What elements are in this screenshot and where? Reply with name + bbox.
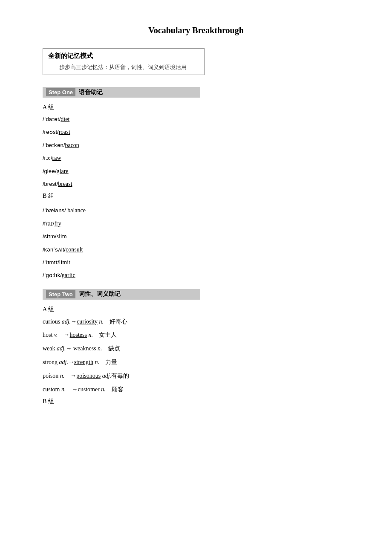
vocab-group-a: curious adj.→curiosity n. 好奇心 host v. →h…	[43, 317, 349, 395]
pos: v.	[54, 332, 58, 338]
group-a-label-vocab: A 组	[43, 306, 349, 313]
word: balance	[67, 207, 86, 214]
pos: n.	[95, 359, 100, 365]
word: strength	[74, 359, 93, 365]
arrow-icon: →	[72, 386, 78, 393]
pos: adj.	[102, 373, 111, 379]
word: raw	[52, 155, 61, 161]
list-item: /ˈgɑːlɪk/garlic	[43, 271, 349, 280]
list-item: /slɪm/slim	[43, 232, 349, 241]
phonetic-group-b: /ˈbæləns/ balance /fraɪ/fry /slɪm/slim /…	[43, 206, 349, 280]
arrow-icon: →	[70, 372, 76, 379]
memory-mode-box: 全新的记忆模式 ——步步高三步记忆法：从语音，词性、词义到语境活用	[43, 48, 205, 75]
phonetic-text: /fraɪ/	[43, 220, 54, 227]
box-subtitle: ——步步高三步记忆法：从语音，词性、词义到语境活用	[48, 62, 199, 71]
list-item: custom n. →customer n. 顾客	[43, 384, 349, 395]
phonetic-text: /brest/	[43, 181, 58, 187]
arrow-icon: →	[71, 318, 77, 325]
list-item: host v. →hostess n. 女主人	[43, 330, 349, 340]
step-two-header: Step Two 词性、词义助记	[43, 289, 200, 300]
phonetic-text: /rəʊst/	[43, 129, 59, 135]
group-b-label-vocab: B 组	[43, 398, 349, 405]
pos: n.	[101, 386, 106, 393]
phonetic-text: /ˈdaɪət/	[43, 116, 61, 122]
list-item: /ˈdaɪət/diet	[43, 115, 349, 124]
arrow-icon: →	[64, 331, 70, 338]
arrow-icon: →	[68, 358, 74, 365]
pos: n.	[98, 345, 102, 352]
phonetic-text: /ˈgɑːlɪk/	[43, 272, 62, 278]
word: diet	[61, 116, 69, 122]
phonetic-text: /rɔː/	[43, 155, 52, 161]
pos: n.	[99, 318, 104, 325]
step-one-chinese: 语音助记	[79, 89, 103, 96]
phonetic-text: /ˈbæləns/	[43, 207, 67, 214]
word: glare	[57, 168, 69, 174]
list-item: /ˈlɪmɪt/limit	[43, 258, 349, 267]
pos: adj.	[62, 318, 71, 325]
group-a-label-phonetic: A 组	[43, 104, 349, 111]
pos: n.	[88, 332, 93, 338]
word: slim	[56, 233, 66, 240]
pos: adj.	[57, 345, 66, 352]
list-item: /brest/breast	[43, 179, 349, 189]
list-item: strong adj.→strength n. 力量	[43, 357, 349, 367]
pos: n.	[61, 386, 66, 393]
list-item: /kənˈsʌlt/consult	[43, 245, 349, 254]
list-item: /ˈbæləns/ balance	[43, 206, 349, 215]
word: weakness	[73, 345, 96, 352]
word: fry	[54, 220, 61, 227]
list-item: curious adj.→curiosity n. 好奇心	[43, 317, 349, 327]
word: roast	[59, 129, 70, 135]
word: garlic	[62, 272, 75, 278]
phonetic-text: /gleə/	[43, 168, 57, 174]
list-item: /fraɪ/fry	[43, 219, 349, 228]
page-title: Vocabulary Breakthrough	[43, 26, 349, 35]
phonetic-text: /kənˈsʌlt/	[43, 246, 66, 253]
word: curiosity	[77, 318, 98, 325]
step-two-label: Step Two	[46, 290, 75, 298]
step-two-chinese: 词性、词义助记	[79, 290, 121, 298]
arrow-icon: →	[66, 345, 72, 352]
pos: n.	[60, 373, 65, 379]
word: bacon	[65, 142, 79, 148]
word: poisonous	[76, 373, 101, 379]
group-b-label-phonetic: B 组	[43, 192, 349, 200]
step-one-label: Step One	[46, 88, 75, 96]
step-one-header: Step One 语音助记	[43, 87, 200, 98]
word: hostess	[70, 332, 87, 338]
list-item: weak adj.→ weakness n. 缺点	[43, 344, 349, 354]
word: breast	[58, 181, 72, 187]
list-item: /ˈbeɪkən/bacon	[43, 141, 349, 150]
pos: adj.	[59, 359, 68, 365]
box-title: 全新的记忆模式	[48, 52, 199, 60]
word: consult	[66, 246, 83, 253]
list-item: /gleə/glare	[43, 167, 349, 176]
list-item: poison n. →poisonous adj.有毒的	[43, 371, 349, 381]
phonetic-text: /ˈlɪmɪt/	[43, 259, 59, 266]
phonetic-text: /slɪm/	[43, 233, 56, 240]
phonetic-group-a: /ˈdaɪət/diet /rəʊst/roast /ˈbeɪkən/bacon…	[43, 115, 349, 189]
word: customer	[78, 386, 99, 393]
word: limit	[59, 259, 70, 266]
list-item: /rəʊst/roast	[43, 127, 349, 137]
list-item: /rɔː/raw	[43, 153, 349, 163]
phonetic-text: /ˈbeɪkən/	[43, 142, 65, 148]
